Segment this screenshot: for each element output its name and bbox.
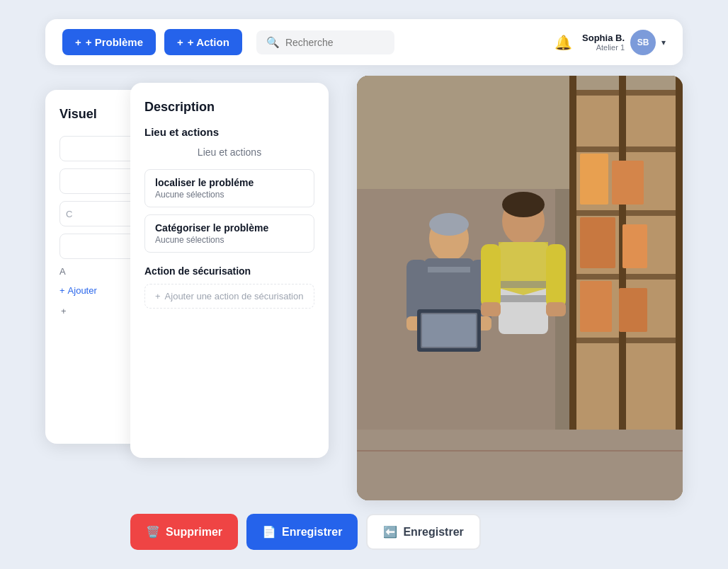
add-problem-button[interactable]: + + Problème [62,29,156,55]
option-localiser[interactable]: localiser le probléme Aucune sélections [144,169,314,207]
option1-label: localiser le probléme [155,177,304,188]
svg-rect-8 [569,76,576,444]
plus-icon-action: + [177,36,183,48]
svg-rect-30 [422,314,476,347]
plus-action-icon: + [155,291,161,301]
card-desc-lieu-subtitle: Lieu et actions [144,126,314,138]
warehouse-photo [357,76,683,500]
user-text: Sophia B. Atelier 1 [582,33,625,52]
svg-rect-35 [499,281,548,288]
card-description: Description Lieu et actions Lieu et acti… [130,83,329,458]
save-blue-button[interactable]: 📄 Enregistrer [246,514,358,550]
search-bar: 🔍 [256,30,394,54]
save-white-icon: ⬅️ [383,525,397,539]
card-desc-title: Description [144,100,314,115]
svg-rect-11 [580,154,608,205]
bottom-buttons: 🗑️ Supprimer 📄 Enregistrer ⬅️ Enregistre… [130,514,481,550]
option2-sub: Aucune sélections [155,235,304,245]
top-bar-right: 🔔 Sophia B. Atelier 1 SB ▾ [554,30,666,55]
user-menu[interactable]: Sophia B. Atelier 1 SB ▾ [582,30,666,55]
trash-icon: 🗑️ [146,525,160,539]
save-white-label: Enregistrer [403,526,463,539]
search-icon: 🔍 [266,36,280,49]
svg-rect-12 [612,161,644,205]
user-shop: Atelier 1 [582,43,625,52]
svg-rect-40 [546,302,566,316]
save-blue-label: Enregistrer [282,526,342,539]
notification-bell-icon[interactable]: 🔔 [554,34,572,51]
svg-rect-39 [481,302,501,316]
btn-action-label: + Action [188,36,229,48]
avatar: SB [630,30,656,55]
card-desc-action-section: Action de sécurisation [144,265,314,277]
add-action-label: Ajouter une action de sécurisation [165,291,304,301]
option1-sub: Aucune sélections [155,190,304,200]
add-action-btn[interactable]: + Ajouter une action de sécurisation [144,284,314,309]
btn-probleme-label: + Problème [86,36,143,48]
plus-icon: + [75,36,81,48]
svg-rect-38 [546,244,566,308]
visuel-plus-label: + [61,306,67,316]
svg-rect-16 [619,288,647,332]
plus-add-icon: + [59,285,65,296]
option2-label: Catégoriser le problème [155,222,304,234]
user-name: Sophia B. [582,33,625,43]
top-bar: + + Problème + + Action 🔍 🔔 Sophia B. At… [45,19,683,65]
svg-rect-17 [357,430,683,500]
svg-rect-37 [481,244,501,308]
save-white-button[interactable]: ⬅️ Enregistrer [366,514,480,550]
delete-label: Supprimer [166,526,222,539]
card-photo [357,76,683,500]
svg-rect-14 [622,224,647,268]
cards-area: Visuel C A + Ajouter + Description Lieu … [45,76,683,550]
svg-rect-10 [676,76,683,444]
warehouse-svg [357,76,683,500]
svg-rect-15 [580,281,612,332]
save-blue-icon: 📄 [262,525,276,539]
add-action-button[interactable]: + + Action [164,29,242,55]
delete-button[interactable]: 🗑️ Supprimer [130,514,238,550]
visuel-field-3: C [59,201,136,226]
card-desc-lieu-text: Lieu et actions [144,146,314,158]
avatar-initials: SB [637,38,649,47]
svg-rect-23 [424,267,474,272]
svg-point-21 [429,213,469,236]
svg-rect-13 [580,217,615,268]
svg-rect-36 [499,295,548,302]
search-input[interactable] [285,37,385,48]
option-categoriser[interactable]: Catégoriser le problème Aucune sélection… [144,214,314,253]
visuel-add-label: Ajouter [68,285,97,296]
svg-point-32 [502,192,545,217]
chevron-down-icon: ▾ [661,38,666,47]
